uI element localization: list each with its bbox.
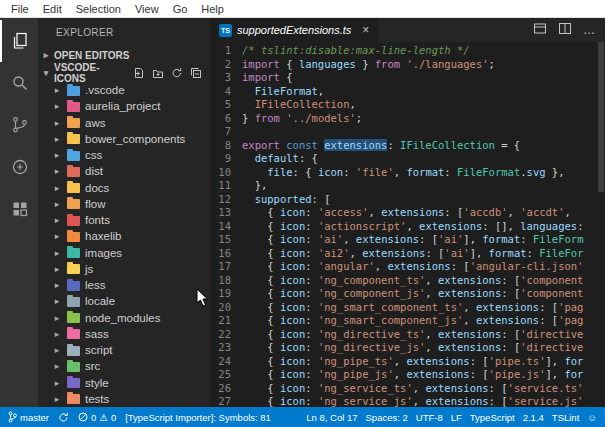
- new-folder-icon[interactable]: [152, 67, 164, 79]
- tree-item-flow[interactable]: ▸flow: [38, 196, 210, 212]
- code-line[interactable]: { icon: 'ng_component_ts', extensions: […: [242, 274, 605, 288]
- code-line[interactable]: { icon: 'ng_smart_component_js', extensi…: [242, 314, 605, 328]
- tree-item-.vscode[interactable]: ▸.vscode: [38, 82, 210, 98]
- tree-item-css[interactable]: ▸css: [38, 147, 210, 163]
- code-line[interactable]: import {: [242, 71, 605, 85]
- tree-item-tests[interactable]: ▸tests: [38, 391, 210, 407]
- code-line[interactable]: /* tslint:disable:max-line-length */: [242, 44, 605, 58]
- code-line[interactable]: { icon: 'ng_pipe_ts', extensions: ['pipe…: [242, 355, 605, 369]
- code-editor[interactable]: 1234567891011121314151617181920212223242…: [210, 42, 605, 407]
- tree-item-sass[interactable]: ▸sass: [38, 326, 210, 342]
- source-control-icon[interactable]: [0, 104, 38, 146]
- indentation[interactable]: Spaces: 2: [366, 412, 408, 423]
- project-section[interactable]: ▾ VSCODE-ICONS: [38, 64, 210, 82]
- editor-scrollbar[interactable]: [597, 42, 605, 407]
- sync-status[interactable]: [58, 412, 69, 423]
- git-branch-status[interactable]: master: [8, 411, 49, 423]
- code-line[interactable]: { icon: 'access', extensions: ['accdb', …: [242, 206, 605, 220]
- menu-item-edit[interactable]: Edit: [36, 3, 69, 15]
- tree-item-haxelib[interactable]: ▸haxelib: [38, 228, 210, 244]
- menu-item-help[interactable]: Help: [194, 3, 231, 15]
- typescript-version[interactable]: 2.1.4: [523, 412, 544, 423]
- tree-item-aws[interactable]: ▸aws: [38, 115, 210, 131]
- code-line[interactable]: supported: [: [242, 193, 605, 207]
- code-line[interactable]: { icon: 'ng_service_js', extensions: ['s…: [242, 395, 605, 407]
- menu-item-view[interactable]: View: [128, 3, 166, 15]
- code-line[interactable]: import { languages } from './languages';: [242, 58, 605, 72]
- code-line[interactable]: { icon: 'ng_service_ts', extensions: ['s…: [242, 382, 605, 396]
- scrollbar-thumb[interactable]: [598, 42, 604, 192]
- extensions-icon[interactable]: [0, 188, 38, 230]
- code-line[interactable]: { icon: 'ng_pipe_js', extensions: ['pipe…: [242, 368, 605, 382]
- code-line[interactable]: { icon: 'ng_directive_js', extensions: […: [242, 341, 605, 355]
- code-line[interactable]: [242, 125, 605, 139]
- code-line[interactable]: { icon: 'ng_directive_ts', extensions: […: [242, 328, 605, 342]
- tree-item-src[interactable]: ▸src: [38, 358, 210, 374]
- line-number: 25: [210, 368, 231, 382]
- tree-item-aurelia_project[interactable]: ▸aurelia_project: [38, 98, 210, 114]
- feedback-smiley-icon[interactable]: ☺: [587, 412, 597, 423]
- code-line[interactable]: { icon: 'ng_smart_component_ts', extensi…: [242, 301, 605, 315]
- tree-item-locale[interactable]: ▸locale: [38, 293, 210, 309]
- collapse-all-icon[interactable]: [190, 67, 202, 79]
- refresh-icon[interactable]: [171, 67, 183, 79]
- line-number: 17: [210, 260, 231, 274]
- tree-item-less[interactable]: ▸less: [38, 277, 210, 293]
- error-count: 0: [91, 412, 96, 423]
- tree-item-dist[interactable]: ▸dist: [38, 163, 210, 179]
- open-preview-icon[interactable]: [533, 21, 547, 39]
- error-icon: [78, 412, 88, 422]
- code-line[interactable]: },: [242, 179, 605, 193]
- code-line[interactable]: } from '../models';: [242, 112, 605, 126]
- debug-icon[interactable]: [0, 146, 38, 188]
- chevron-right-icon: ▸: [52, 248, 62, 258]
- line-number: 27: [210, 395, 231, 407]
- menu-item-selection[interactable]: Selection: [69, 3, 128, 15]
- folder-icon: [67, 248, 80, 258]
- code-line[interactable]: file: { icon: 'file', format: FileFormat…: [242, 166, 605, 180]
- tab-supported-extensions[interactable]: TS supportedExtensions.ts ×: [210, 18, 378, 42]
- tree-item-fonts[interactable]: ▸fonts: [38, 212, 210, 228]
- problems-status[interactable]: 0 ⚠ 0: [78, 412, 116, 423]
- code-line[interactable]: export const extensions: IFileCollection…: [242, 139, 605, 153]
- tree-item-script[interactable]: ▸script: [38, 342, 210, 358]
- menu-item-file[interactable]: File: [4, 3, 36, 15]
- code-line[interactable]: default: {: [242, 152, 605, 166]
- split-editor-icon[interactable]: [558, 21, 572, 39]
- menu-item-go[interactable]: Go: [166, 3, 195, 15]
- tree-item-js[interactable]: ▸js: [38, 261, 210, 277]
- chevron-right-icon: ▸: [52, 183, 62, 193]
- more-actions-icon[interactable]: …: [583, 24, 595, 36]
- git-branch-icon: [8, 411, 17, 423]
- close-tab-icon[interactable]: ×: [362, 23, 369, 37]
- linter-status[interactable]: TSLint: [552, 412, 579, 423]
- search-icon[interactable]: [0, 62, 38, 104]
- tree-item-docs[interactable]: ▸docs: [38, 180, 210, 196]
- tree-item-node_modules[interactable]: ▸node_modules: [38, 310, 210, 326]
- new-file-icon[interactable]: [133, 67, 145, 79]
- chevron-right-icon: ▸: [52, 329, 62, 339]
- line-number: 1: [210, 44, 231, 58]
- tree-item-bower_components[interactable]: ▸bower_components: [38, 131, 210, 147]
- code-line[interactable]: { icon: 'actionscript', extensions: [], …: [242, 220, 605, 234]
- tree-item-label: aws: [85, 117, 105, 129]
- chevron-right-icon: ▸: [52, 280, 62, 290]
- code-line[interactable]: { icon: 'ai', extensions: ['ai'], format…: [242, 233, 605, 247]
- tab-bar: TS supportedExtensions.ts × …: [210, 18, 605, 42]
- code-line[interactable]: IFileCollection,: [242, 98, 605, 112]
- eol-sequence[interactable]: LF: [451, 412, 462, 423]
- cursor-position[interactable]: Ln 8, Col 17: [306, 412, 357, 423]
- language-mode[interactable]: TypeScript: [470, 412, 515, 423]
- open-editors-label: OPEN EDITORS: [54, 50, 129, 61]
- tree-item-images[interactable]: ▸images: [38, 245, 210, 261]
- code-line[interactable]: FileFormat,: [242, 85, 605, 99]
- encoding[interactable]: UTF-8: [416, 412, 443, 423]
- code-lines[interactable]: /* tslint:disable:max-line-length */impo…: [242, 44, 605, 407]
- ts-importer-status[interactable]: [TypeScript Importer]: Symbols: 81: [125, 412, 271, 423]
- explorer-icon[interactable]: [0, 20, 38, 62]
- code-line[interactable]: { icon: 'angular', extensions: ['angular…: [242, 260, 605, 274]
- code-line[interactable]: { icon: 'ai2', extensions: ['ai'], forma…: [242, 247, 605, 261]
- editor-area: TS supportedExtensions.ts × … 1234567891…: [210, 18, 605, 407]
- tree-item-style[interactable]: ▸style: [38, 375, 210, 391]
- code-line[interactable]: { icon: 'ng_component_js', extensions: […: [242, 287, 605, 301]
